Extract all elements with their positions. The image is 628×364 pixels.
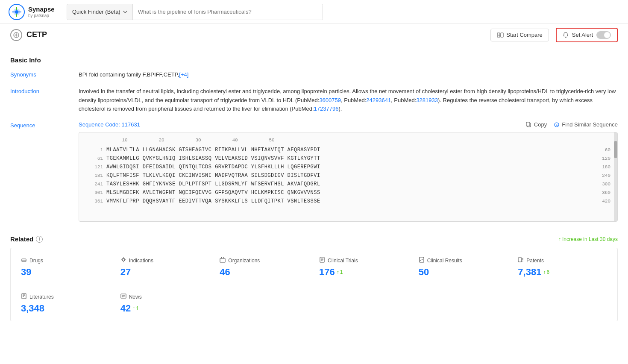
related-card[interactable]: Literatures 3,348 [21,293,110,314]
alert-toggle[interactable] [596,31,611,39]
intro-mid2: , PubMed: [391,97,416,103]
related-card[interactable]: Drugs 39 [21,257,110,278]
card-label-text: Drugs [29,258,43,264]
seq-num-right: 360 [593,189,610,197]
svg-rect-35 [518,258,522,262]
seq-num-right: 180 [593,164,610,171]
intro-mid1: , PubMed: [341,97,366,103]
sequence-code-link[interactable]: Sequence Code: 117631 [79,121,140,128]
virus-icon [120,257,126,264]
card-label: Organizations [220,257,309,264]
copy-label: Copy [534,121,547,128]
seq-num-right: 120 [593,155,610,162]
seq-num-right: 240 [593,172,610,179]
sequence-line: 241 TASYLESHHK GHFIYKNVSE DLPLPTFSPT LLG… [86,180,610,188]
copy-icon [526,122,532,128]
increase-badge: ↑ Increase in Last 30 days [558,236,618,242]
sequence-scrollbar[interactable] [614,132,617,221]
related-card[interactable]: Indications 27 [120,257,210,278]
bell-icon [563,32,569,38]
logo-area: Synapse by patsnap [9,4,60,20]
card-label: Indications [120,257,210,264]
related-card[interactable]: Clinical Results 50 [419,257,508,278]
start-compare-button[interactable]: U5 Start Compare [490,29,549,41]
arrow-up-icon: ↑ [132,305,135,311]
search-container: Quick Finder (Beta) [67,4,323,20]
related-section: Related i ↑ Increase in Last 30 days Dru… [10,235,618,321]
seq-num-left: 1 [86,147,103,154]
card-label-text: News [129,294,142,300]
card-count: 50 [419,267,508,278]
search-input[interactable] [133,4,323,20]
synonyms-row: Synonyms BPI fold containing family F,BP… [10,70,618,79]
count-value: 42 [120,303,131,314]
sequence-line: 61 TGEKAMMLLG QVKYGLHNIQ ISHLSIASSQ VELV… [86,155,610,162]
synonyms-label: Synonyms [10,70,79,78]
header: Synapse by patsnap Quick Finder (Beta) [0,0,628,24]
svg-rect-29 [220,258,225,262]
sequence-scrollbar-thumb[interactable] [614,141,617,158]
logo-synapse-label: Synapse [28,6,55,13]
sequence-line: 181 KQLFTNFISF TLKLVLKGQI CKEINVISNI MAD… [86,172,610,179]
card-count: 27 [120,267,210,278]
svg-point-2 [15,10,18,14]
related-title-text: Related [10,235,33,243]
count-value: 7,381 [518,267,541,278]
arrow-up-icon: ↑ [558,236,561,242]
seq-num-right: 300 [593,181,610,188]
related-card[interactable]: News 42 ↑ 1 [120,293,210,314]
compare-label: Start Compare [506,32,543,38]
drug-icon [21,257,27,264]
patent-icon [518,257,524,264]
search-dropdown[interactable]: Quick Finder (Beta) [67,4,133,20]
synonyms-more-link[interactable]: [+4] [179,71,188,78]
card-count: 7,381 ↑ 6 [518,267,607,278]
logo-text: Synapse by patsnap [28,6,55,18]
copy-button[interactable]: Copy [526,121,547,128]
synonyms-value: BPI fold containing family F,BPIFF,CETP,… [79,70,618,79]
seq-num-left: 61 [86,155,103,162]
pubmed2-link[interactable]: 24293641 [366,97,391,103]
seq-num-right: 420 [593,198,610,205]
chevron-down-icon [123,11,127,13]
target-icon [13,32,20,38]
set-alert-button[interactable]: Set Alert [556,28,618,42]
introduction-value: Involved in the transfer of neutral lipi… [79,87,618,114]
introduction-label: Introduction [10,87,79,94]
pubmed3-link[interactable]: 3281933 [416,97,438,103]
card-label-text: Organizations [228,258,260,264]
compare-icon: U5 [497,32,504,38]
related-card[interactable]: Organizations 46 [220,257,309,278]
sequence-line: 361 VMVKFLFPRP DQQHSVAYTF EEDIVTTVQA SYS… [86,197,610,205]
related-card[interactable]: Patents 7,381 ↑ 6 [518,257,607,278]
card-label-text: Clinical Trials [328,258,358,264]
count-value: 46 [220,267,230,278]
pubmed1-link[interactable]: 3600759 [319,97,341,103]
card-label: Clinical Results [419,257,508,264]
search-dropdown-label: Quick Finder (Beta) [72,9,120,15]
trial-icon [319,257,325,264]
find-similar-button[interactable]: Find Similar Sequence [554,121,618,128]
sequence-line: 121 AWWLGIDQSI DFEIDSAIDL QINTQLTCDS GRV… [86,163,610,171]
svg-text:U5: U5 [498,34,502,37]
sequence-line: 1 MLAATVLTLA LLGNAHACSK GTSHEAGIVC RITKP… [86,146,610,154]
related-info-icon[interactable]: i [36,236,43,243]
sequence-row: Sequence Sequence Code: 117631 Copy [10,121,618,222]
pubmed4-link[interactable]: 17237796 [314,106,339,112]
related-card[interactable]: Clinical Trials 176 ↑ 1 [319,257,408,278]
count-value: 176 [319,267,335,278]
dna-icon [554,122,560,128]
arrow-up-icon: ↑ [543,269,546,275]
seq-num-left: 361 [86,198,103,205]
sequence-header: Sequence Code: 117631 Copy [79,121,618,128]
cetp-target-icon [10,29,22,41]
related-header: Related i ↑ Increase in Last 30 days [10,235,618,243]
svg-point-8 [15,34,17,36]
seq-data: MLAATVLTLA LLGNAHACSK GTSHEAGIVC RITKPAL… [106,146,590,154]
sequence-box[interactable]: 10 20 30 40 50 1 MLAATVLTLA LLGNAHACSK G… [79,132,618,222]
card-count: 39 [21,267,110,278]
lit-icon [21,293,27,300]
count-value: 3,348 [21,303,44,314]
logo-by-label: by patsnap [28,13,55,18]
card-label-text: Patents [526,258,544,264]
